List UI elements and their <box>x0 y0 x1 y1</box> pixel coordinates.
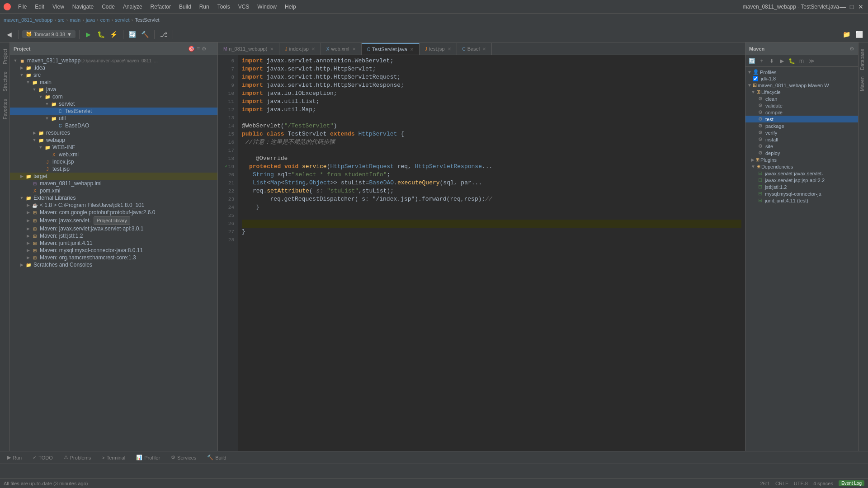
build-button[interactable]: 🔨 <box>140 29 151 40</box>
tree-item-6[interactable]: ▼📁servlet <box>10 100 217 108</box>
maven-settings-button[interactable]: ⚙ <box>849 46 854 52</box>
tree-item-5[interactable]: ▼📁com <box>10 93 217 100</box>
bottom-tab-problems[interactable]: ⚠Problems <box>58 453 96 462</box>
line-ending[interactable]: CRLF <box>775 481 788 486</box>
tree-item-4[interactable]: ▼📁java <box>10 86 217 93</box>
panel-options-button[interactable]: ⚙ <box>202 46 207 52</box>
tab-close-button[interactable]: ✕ <box>410 47 414 52</box>
tree-item-14[interactable]: Jindex.jsp <box>10 158 217 165</box>
tree-item-8[interactable]: ▼📁util <box>10 115 217 122</box>
debug-button[interactable]: 🐛 <box>96 29 107 40</box>
tree-expand-arrow[interactable]: ▶ <box>25 210 31 215</box>
minimize-panel-button[interactable]: — <box>208 46 214 52</box>
tree-item-21[interactable]: ▶⊞Maven: com.google.protobuf:protobuf-ja… <box>10 209 217 216</box>
expand-button[interactable]: ⬜ <box>854 29 864 40</box>
menu-item-analyze[interactable]: Analyze <box>119 3 146 11</box>
menu-item-edit[interactable]: Edit <box>31 3 48 11</box>
maven-refresh-button[interactable]: 🔄 <box>747 56 756 66</box>
editor-tab-web-xml[interactable]: Xweb.xml✕ <box>321 43 362 55</box>
tree-expand-arrow[interactable]: ▼ <box>44 116 50 121</box>
tree-expand-arrow[interactable]: ▼ <box>13 58 18 63</box>
favorites-sidebar-tab[interactable]: Favorites <box>1 96 9 122</box>
back-button[interactable]: ◀ <box>4 29 14 40</box>
tree-expand-arrow[interactable]: ▼ <box>19 73 24 77</box>
tree-expand-arrow[interactable]: ▶ <box>25 255 31 260</box>
menu-item-help[interactable]: Help <box>281 3 300 11</box>
tree-expand-arrow[interactable]: ▶ <box>32 131 37 135</box>
breadcrumb-part-4[interactable]: com <box>100 17 110 23</box>
indent-info[interactable]: 4 spaces <box>813 481 833 486</box>
maven-run-button[interactable]: ▶ <box>777 56 786 66</box>
run-button[interactable]: ▶ <box>83 29 94 40</box>
tree-expand-arrow[interactable]: ▶ <box>25 241 31 245</box>
encoding[interactable]: UTF-8 <box>794 481 808 486</box>
maximize-button[interactable]: □ <box>848 3 855 10</box>
menu-item-build[interactable]: Build <box>175 3 195 11</box>
tree-item-28[interactable]: ▶📁Scratches and Consoles <box>10 261 217 268</box>
maven-lifecycle-compile[interactable]: ⚙compile <box>745 109 858 116</box>
tree-item-20[interactable]: ▶☕< 1.8 > C:\Program Files\Java\jdk1.8.0… <box>10 202 217 209</box>
locate-file-button[interactable]: 🎯 <box>188 46 195 52</box>
breadcrumb-part-6[interactable]: TestServlet <box>135 17 159 23</box>
collapse-all-button[interactable]: ≡ <box>197 46 200 52</box>
jdk-checkbox[interactable] <box>753 76 758 81</box>
tree-expand-arrow[interactable]: ▶ <box>19 263 24 267</box>
maven-sidebar-tab[interactable]: Maven <box>859 74 868 94</box>
close-button[interactable]: ✕ <box>857 3 864 10</box>
tab-close-button[interactable]: ✕ <box>311 47 315 52</box>
tree-expand-arrow[interactable]: ▼ <box>32 87 37 92</box>
maven-project-item[interactable]: ▼ ⊞ maven_0811_webapp Maven W <box>745 82 858 89</box>
tree-expand-arrow[interactable]: ▼ <box>19 196 24 200</box>
tree-item-10[interactable]: ▶📁resources <box>10 129 217 136</box>
maven-dep-javax-servlet-jsp-js[interactable]: ⊟javax.servlet.jsp:jsp-api:2.2 <box>745 177 858 183</box>
tab-close-button[interactable]: ✕ <box>448 47 451 52</box>
tree-item-2[interactable]: ▼📁src <box>10 71 217 79</box>
menu-item-window[interactable]: Window <box>254 3 280 11</box>
maven-jdk-item[interactable]: jdk-1.8 <box>745 75 858 82</box>
tree-item-9[interactable]: CBaseDAO <box>10 122 217 129</box>
breadcrumb-part-5[interactable]: servlet <box>115 17 129 23</box>
maven-lifecycle-install[interactable]: ⚙install <box>745 136 858 143</box>
menu-item-refactor[interactable]: Refactor <box>147 3 175 11</box>
maven-lifecycle-section[interactable]: ▼ ⊞ Lifecycle <box>745 89 858 95</box>
tree-item-7[interactable]: CTestServlet <box>10 108 217 115</box>
bottom-tab-services[interactable]: ⚙Services <box>165 453 202 462</box>
bottom-tab-profiler[interactable]: 📊Profiler <box>131 453 165 462</box>
tree-item-25[interactable]: ▶⊞Maven: junit:junit:4.11 <box>10 239 217 247</box>
tree-expand-arrow[interactable]: ▶ <box>25 248 31 253</box>
tree-item-3[interactable]: ▼📁main <box>10 79 217 86</box>
tree-item-23[interactable]: ▶⊞Maven: javax.servlet:javax.servlet-api… <box>10 225 217 232</box>
editor-tab-basel[interactable]: CBasel✕ <box>457 43 492 55</box>
breadcrumb-part-2[interactable]: main <box>70 17 80 23</box>
menu-item-tools[interactable]: Tools <box>214 3 234 11</box>
tree-item-27[interactable]: ▶⊞Maven: org.hamcrest:hamcrest-core:1.3 <box>10 254 217 261</box>
editor-tab-index-jsp[interactable]: Jindex.jsp✕ <box>279 43 321 55</box>
event-log-button[interactable]: Event Log <box>839 480 864 486</box>
run-config-selector[interactable]: 🐱 Tomcat 9.0.38 ▼ <box>22 30 75 38</box>
bottom-tab-build[interactable]: 🔨Build <box>202 453 231 462</box>
maven-dep-jstl-jstl-1-2[interactable]: ⊟jstl:jstl:1.2 <box>745 183 858 190</box>
tree-expand-arrow[interactable]: ▶ <box>19 66 24 70</box>
maven-lifecycle-verify[interactable]: ⚙verify <box>745 129 858 136</box>
bottom-tab-run[interactable]: ▶Run <box>2 453 27 462</box>
editor-tab-test-jsp[interactable]: Jtest.jsp✕ <box>420 43 457 55</box>
maven-dep-mysql-mysql-connecto[interactable]: ⊟mysql:mysql-connector-ja <box>745 190 858 197</box>
menu-item-run[interactable]: Run <box>196 3 213 11</box>
maven-profiles-section[interactable]: ▼ 👤 Profiles <box>745 69 858 75</box>
maven-dependencies-section[interactable]: ▼ ⊞ Dependencies <box>745 163 858 170</box>
tree-expand-arrow[interactable]: ▶ <box>25 226 31 231</box>
maven-download-button[interactable]: ⬇ <box>767 56 776 66</box>
maven-lifecycle-site[interactable]: ⚙site <box>745 143 858 150</box>
tree-expand-arrow[interactable]: ▼ <box>32 138 37 142</box>
breadcrumb-part-3[interactable]: java <box>86 17 95 23</box>
tab-close-button[interactable]: ✕ <box>352 47 356 52</box>
tree-item-16[interactable]: ▶📁target <box>10 173 217 180</box>
cursor-position[interactable]: 26:1 <box>760 481 770 486</box>
tab-close-button[interactable]: ✕ <box>482 47 486 52</box>
tree-expand-arrow[interactable]: ▶ <box>25 234 31 238</box>
tree-expand-arrow[interactable]: ▼ <box>44 102 50 106</box>
bottom-tab-todo[interactable]: ✓TODO <box>27 453 58 462</box>
menu-item-file[interactable]: File <box>14 3 30 11</box>
maven-plugins-section[interactable]: ▶ ⊞ Plugins <box>745 156 858 163</box>
tree-item-12[interactable]: ▼📁WEB-INF <box>10 144 217 151</box>
